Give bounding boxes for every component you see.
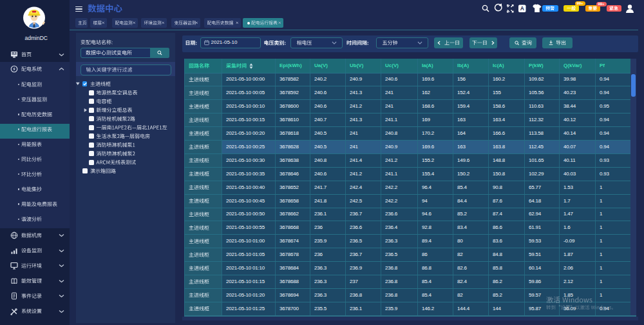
svg-text:A: A [520, 5, 524, 12]
